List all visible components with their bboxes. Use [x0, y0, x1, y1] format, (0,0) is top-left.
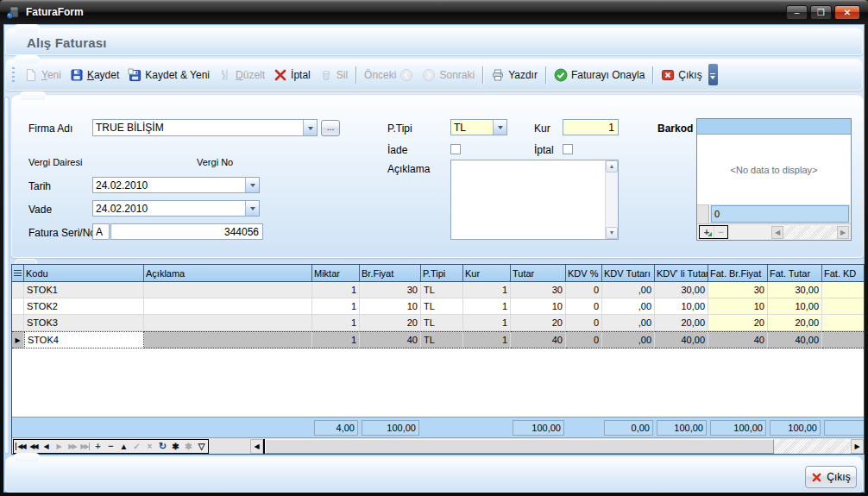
scroll-up-icon[interactable]: ▲ [606, 160, 618, 173]
toolbar-button-cikis[interactable]: Çıkış [657, 66, 706, 85]
grid-cell-kodu[interactable]: STOK1 [24, 282, 144, 298]
grid-cell-br_fiyat[interactable]: 40 [360, 331, 421, 348]
grid-cell-kodu[interactable]: STOK4 [24, 331, 144, 348]
grid-column-header-tutar[interactable]: Tutar [511, 265, 566, 281]
grid-cell-aciklama[interactable] [144, 331, 312, 348]
grid-cell-miktar[interactable]: 1 [312, 298, 360, 315]
nav-delete-icon[interactable]: − [104, 440, 117, 453]
toolbar-button-faturayi-onayla[interactable]: Faturayı Onayla [550, 66, 649, 85]
nav-bookmark-icon[interactable]: ✱ [169, 440, 182, 453]
grid-column-header-br_fiyat[interactable]: Br.Fiyat [360, 265, 421, 281]
nav-prior-icon[interactable]: ◀ [40, 440, 53, 453]
barkod-editor-cell[interactable]: 0 [711, 205, 849, 223]
grid-cell-fat_br_fiyat[interactable]: 20 [708, 315, 768, 331]
grid-cell-kdvli_tutar[interactable]: 20,00 [655, 315, 708, 331]
grid-column-header-fat_br_fiyat[interactable]: Fat. Br.Fiyat [708, 265, 768, 281]
fatura-seri-input[interactable]: A [92, 223, 110, 240]
grid-cell-miktar[interactable]: 1 [312, 315, 360, 331]
grid-cell-aciklama[interactable] [144, 282, 312, 298]
insert-row-button[interactable]: + [700, 226, 714, 238]
grid-cell-fat_tutar[interactable]: 10,00 [768, 298, 822, 315]
grid-cell-kur[interactable]: 1 [463, 331, 511, 348]
grid-column-header-fat_kd[interactable]: Fat. KD [822, 265, 865, 281]
grid-indicator-header[interactable] [12, 265, 24, 281]
firma-browse-button[interactable]: ... [321, 120, 340, 136]
barkod-horizontal-scrollbar[interactable]: ◀ ▶ [771, 226, 849, 239]
grid-cell-tutar[interactable]: 10 [511, 298, 566, 315]
grid-cell-fat_br_fiyat[interactable]: 40 [708, 331, 768, 348]
grid-cell-aciklama[interactable] [144, 315, 312, 331]
nav-insert-icon[interactable]: + [91, 440, 104, 453]
scroll-right-icon[interactable]: ▶ [851, 439, 864, 454]
grid-cell-p_tipi[interactable]: TL [421, 331, 463, 348]
toolbar-button-kaydet[interactable]: Kaydet [66, 66, 123, 85]
grid-column-header-aciklama[interactable]: Açıklama [144, 265, 312, 281]
grid-cell-miktar[interactable]: 1 [312, 331, 360, 348]
grid-cell-fat_kd[interactable] [822, 315, 865, 331]
grid-cell-kur[interactable]: 1 [463, 298, 511, 315]
grid-cell-p_tipi[interactable]: TL [421, 315, 463, 331]
grid-cell-br_fiyat[interactable]: 10 [360, 298, 421, 315]
nav-edit-icon[interactable]: ▲ [117, 440, 130, 453]
grid-cell-fat_tutar[interactable]: 20,00 [768, 315, 822, 331]
grid-column-header-kdv_tutari[interactable]: KDV Tutarı [602, 265, 655, 281]
grid-cell-kdv_tutari[interactable]: ,00 [602, 282, 655, 298]
grid-column-header-kur[interactable]: Kur [463, 265, 511, 281]
grid-cell-br_fiyat[interactable]: 30 [360, 282, 421, 298]
grid-cell-kdv_tutari[interactable]: ,00 [602, 315, 655, 331]
aciklama-textarea[interactable]: ▲ ▼ [450, 160, 619, 240]
iptal-checkbox[interactable] [563, 144, 573, 154]
grid-cell-kdvli_tutar[interactable]: 30,00 [655, 282, 708, 298]
grid-cell-kdv_yuzde[interactable]: 0 [566, 315, 602, 331]
iade-checkbox[interactable] [450, 144, 461, 154]
nav-first-icon[interactable]: ◀◀ [14, 440, 27, 453]
p-tipi-combobox[interactable]: TL [450, 119, 507, 135]
toolbar-overflow-button[interactable] [708, 64, 718, 85]
grid-cell-aciklama[interactable] [144, 298, 312, 315]
fatura-no-input[interactable]: 344056 [110, 223, 263, 240]
grid-cell-kdvli_tutar[interactable]: 40,00 [655, 331, 708, 348]
grid-cell-miktar[interactable]: 1 [312, 282, 360, 298]
chevron-down-icon[interactable] [245, 178, 259, 192]
grid-cell-fat_tutar[interactable]: 40,00 [768, 331, 822, 348]
grid-cell-kdvli_tutar[interactable]: 10,00 [655, 298, 708, 315]
scroll-right-icon[interactable]: ▶ [837, 226, 849, 239]
firma-adi-combobox[interactable]: TRUE BİLİŞİM [92, 119, 318, 136]
grid-cell-fat_kd[interactable] [822, 331, 865, 348]
scrollbar-track[interactable] [783, 226, 837, 239]
grid-cell-kdv_tutari[interactable]: ,00 [602, 331, 655, 348]
scroll-left-icon[interactable]: ◀ [771, 226, 783, 239]
grid-row-STOK1[interactable]: STOK1130TL1300,0030,003030,00 [12, 282, 864, 298]
grid-cell-kur[interactable]: 1 [463, 315, 511, 331]
vade-datepicker[interactable]: 24.02.2010 [92, 200, 260, 217]
nav-filter-icon[interactable]: ▽ [195, 440, 208, 453]
barkod-grid-header[interactable] [697, 119, 851, 135]
grid-cell-kur[interactable]: 1 [463, 282, 511, 298]
grid-column-header-miktar[interactable]: Miktar [312, 265, 360, 281]
nav-refresh-icon[interactable]: ↻ [156, 440, 169, 453]
grid-cell-tutar[interactable]: 20 [511, 315, 566, 331]
grid-cell-fat_kd[interactable] [822, 282, 865, 298]
scrollbar-track[interactable] [774, 439, 851, 454]
grid-cell-fat_br_fiyat[interactable]: 30 [708, 282, 768, 298]
grid-cell-fat_tutar[interactable]: 30,00 [768, 282, 822, 298]
chevron-down-icon[interactable] [303, 120, 317, 135]
minimize-button[interactable]: – [786, 5, 808, 20]
scroll-left-icon[interactable]: ◀ [250, 439, 263, 454]
toolbar-button-kaydet-yeni[interactable]: Kaydet & Yeni [123, 66, 214, 85]
grid-cell-p_tipi[interactable]: TL [421, 282, 463, 298]
grid-column-header-p_tipi[interactable]: P.Tipi [421, 265, 463, 281]
grid-cell-kdv_yuzde[interactable]: 0 [566, 282, 602, 298]
grid-horizontal-scrollbar[interactable]: ◀▶ [250, 439, 864, 454]
chevron-down-icon[interactable] [493, 120, 506, 135]
grid-column-header-fat_tutar[interactable]: Fat. Tutar [768, 265, 822, 281]
grid-cell-tutar[interactable]: 40 [511, 331, 566, 348]
grid-cell-p_tipi[interactable]: TL [421, 298, 463, 315]
kur-input[interactable]: 1 [563, 119, 619, 135]
toolbar-button-iptal[interactable]: İptal [269, 66, 315, 85]
grid-cell-fat_kd[interactable] [822, 298, 865, 315]
grid-cell-fat_br_fiyat[interactable]: 10 [708, 298, 768, 315]
delete-row-button[interactable]: − [714, 226, 727, 238]
grid-cell-br_fiyat[interactable]: 20 [360, 315, 421, 331]
grid-column-header-kdv_yuzde[interactable]: KDV % [566, 265, 602, 281]
